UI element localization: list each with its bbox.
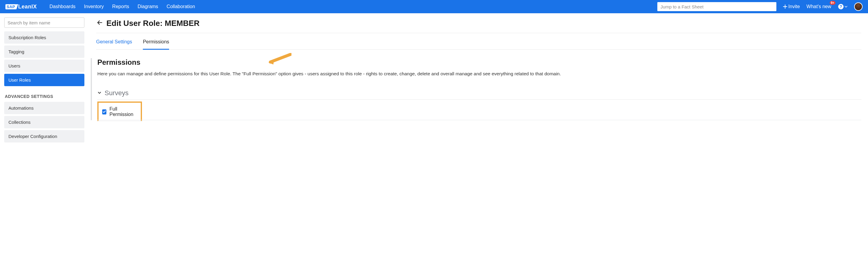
- full-permission-label: Full Permission: [110, 106, 137, 117]
- nav-reports[interactable]: Reports: [112, 4, 129, 9]
- sidebar: Subscription Roles Tagging Users User Ro…: [0, 13, 90, 147]
- tab-general-settings[interactable]: General Settings: [96, 33, 132, 49]
- brand-name: LeanIX: [18, 4, 37, 10]
- sap-badge: SAP: [5, 4, 16, 9]
- avatar[interactable]: [854, 2, 863, 11]
- sidebar-item-subscription-roles[interactable]: Subscription Roles: [4, 31, 84, 44]
- check-icon: [102, 110, 106, 113]
- accordion-header[interactable]: Surveys: [97, 89, 861, 100]
- invite-button[interactable]: Invite: [783, 4, 800, 9]
- sidebar-item-tagging[interactable]: Tagging: [4, 45, 84, 58]
- help-menu[interactable]: ?: [838, 4, 847, 10]
- caret-down-icon: [844, 5, 847, 8]
- title-row: Edit User Role: MEMBER: [96, 19, 861, 33]
- nav-collaboration[interactable]: Collaboration: [167, 4, 195, 9]
- plus-icon: [783, 4, 787, 9]
- tabs: General Settings Permissions: [96, 33, 861, 50]
- main-content: Edit User Role: MEMBER General Settings …: [90, 13, 868, 147]
- nav-inventory[interactable]: Inventory: [84, 4, 104, 9]
- brand-logo[interactable]: SAP LeanIX: [5, 4, 37, 10]
- nav-diagrams[interactable]: Diagrams: [137, 4, 158, 9]
- accordion-surveys: Surveys Full Permission: [97, 89, 861, 120]
- nav-dashboards[interactable]: Dashboards: [50, 4, 75, 9]
- nav-right: Invite What's new 9+ ?: [783, 2, 863, 11]
- jump-search-input[interactable]: [657, 2, 776, 11]
- nav-search-wrap: [202, 2, 776, 11]
- nav-links: Dashboards Inventory Reports Diagrams Co…: [50, 4, 195, 9]
- full-permission-row[interactable]: Full Permission: [97, 102, 142, 121]
- page-title-prefix: Edit User Role:: [106, 19, 165, 28]
- tab-permissions[interactable]: Permissions: [143, 33, 169, 50]
- section-body: Here you can manage and define permissio…: [97, 70, 861, 77]
- sidebar-item-collections[interactable]: Collections: [4, 116, 84, 128]
- svg-text:?: ?: [840, 4, 842, 9]
- section-heading: Permissions: [97, 58, 861, 67]
- sidebar-item-developer-config[interactable]: Developer Configuration: [4, 130, 84, 142]
- sidebar-search-input[interactable]: [4, 18, 84, 28]
- whats-new-label: What's new: [807, 4, 831, 9]
- full-permission-checkbox[interactable]: [102, 109, 106, 114]
- top-nav: SAP LeanIX Dashboards Inventory Reports …: [0, 0, 868, 13]
- notification-badge: 9+: [830, 1, 835, 5]
- sidebar-item-automations[interactable]: Automations: [4, 102, 84, 114]
- sidebar-item-user-roles[interactable]: User Roles: [4, 74, 84, 86]
- page-title: Edit User Role: MEMBER: [106, 19, 199, 28]
- help-icon: ?: [838, 4, 844, 10]
- back-arrow-icon[interactable]: [96, 19, 103, 28]
- chevron-down-icon: [97, 91, 101, 96]
- page-title-role: MEMBER: [165, 19, 200, 28]
- invite-label: Invite: [788, 4, 800, 9]
- sidebar-advanced-heading: ADVANCED SETTINGS: [5, 94, 85, 99]
- content-region: Permissions Here you can manage and defi…: [91, 58, 861, 120]
- row-underline: [97, 120, 861, 120]
- accordion-title: Surveys: [104, 89, 128, 97]
- sidebar-item-users[interactable]: Users: [4, 60, 84, 72]
- whats-new-button[interactable]: What's new 9+: [807, 4, 831, 9]
